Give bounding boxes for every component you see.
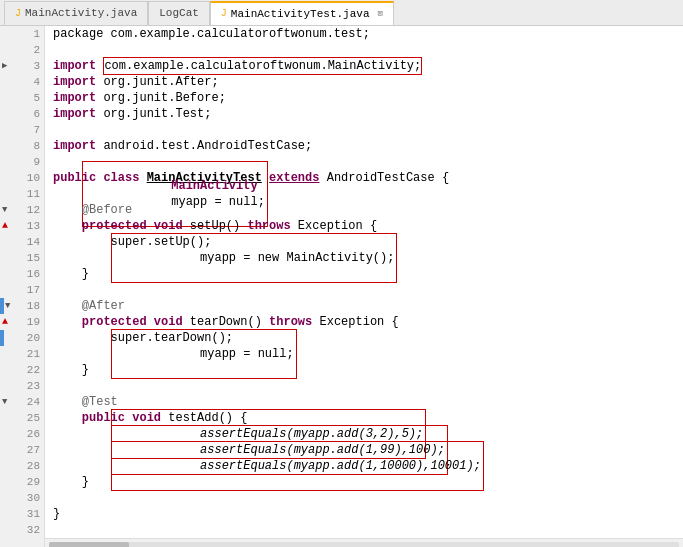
h-scroll-thumb[interactable] [49, 542, 129, 548]
gutter-line-11: 11 [0, 186, 44, 202]
code-line-15: myapp = new MainActivity(); [45, 250, 683, 266]
indent-14 [53, 234, 111, 250]
ln-23: 23 [27, 378, 40, 394]
brace-29: } [82, 474, 89, 490]
gutter-line-18[interactable]: ▼18 [0, 298, 44, 314]
gutter-line-20: 20 [0, 330, 44, 346]
code-line-8: import android.test.AndroidTestCase; [45, 138, 683, 154]
tab-mainactivitytest[interactable]: J MainActivityTest.java ⊠ [210, 1, 394, 25]
tab-logcat[interactable]: LogCat [148, 1, 210, 25]
code-line-31: } [45, 506, 683, 522]
varname-11: myapp = null; [171, 195, 265, 209]
ln-8: 8 [33, 138, 40, 154]
protected-kw-19: protected [82, 314, 154, 330]
gutter-line-7: 7 [0, 122, 44, 138]
gutter-line-25: 25 [0, 410, 44, 426]
horizontal-scrollbar[interactable] [45, 538, 683, 547]
gutter-line-4: 4 [0, 74, 44, 90]
indent-28 [53, 458, 111, 474]
ln-12: 12 [27, 202, 40, 218]
type-11: MainActivity [171, 179, 265, 193]
import-kw-3: import [53, 58, 103, 74]
code-line-24: @Test [45, 394, 683, 410]
ln-21: 21 [27, 346, 40, 362]
tab-bar: J MainActivity.java LogCat J MainActivit… [0, 0, 683, 26]
gutter-line-24[interactable]: ▼24 [0, 394, 44, 410]
ln-19: 19 [27, 314, 40, 330]
code-line-19: protected void tearDown() throws Excepti… [45, 314, 683, 330]
annotation-18: @After [82, 298, 125, 314]
import-text-5: org.junit.Before; [103, 90, 225, 106]
ln-7: 7 [33, 122, 40, 138]
import-kw-4: import [53, 74, 103, 90]
brace-31: } [53, 506, 60, 522]
tab-mainactivitytest-label: MainActivityTest.java [231, 8, 370, 20]
indent-18 [53, 298, 82, 314]
code-text-21: myapp = null; [200, 347, 294, 361]
ln-24: 24 [27, 394, 40, 410]
void-kw-19: void [154, 314, 190, 330]
gutter-line-26: 26 [0, 426, 44, 442]
ln-10: 10 [27, 170, 40, 186]
indent-27 [53, 442, 111, 458]
fold-icon-12[interactable]: ▼ [2, 202, 7, 218]
code-line-6: import org.junit.Test; [45, 106, 683, 122]
method-19: tearDown() [190, 314, 269, 330]
annotation-24: @Test [82, 394, 118, 410]
indent-26 [53, 426, 111, 442]
ln-9: 9 [33, 154, 40, 170]
ln-32: 32 [27, 522, 40, 538]
indent-11 [53, 186, 82, 202]
code-line-30 [45, 490, 683, 506]
ln-14: 14 [27, 234, 40, 250]
code-text-15: myapp = new MainActivity(); [200, 251, 394, 265]
indent-13 [53, 218, 82, 234]
code-line-23 [45, 378, 683, 394]
gutter-line-10: 10 [0, 170, 44, 186]
blue-bar-20 [0, 330, 4, 346]
fold-icon-3[interactable]: ▶ [2, 58, 7, 74]
java-icon: J [15, 8, 21, 19]
protected-kw-13: protected [82, 218, 154, 234]
tab-mainactivity[interactable]: J MainActivity.java [4, 1, 148, 25]
gutter-line-14: 14 [0, 234, 44, 250]
gutter-line-9: 9 [0, 154, 44, 170]
gutter-line-12[interactable]: ▼12 [0, 202, 44, 218]
ln-22: 22 [27, 362, 40, 378]
h-scroll-track [49, 542, 679, 548]
code-line-7 [45, 122, 683, 138]
gutter-line-5: 5 [0, 90, 44, 106]
gutter-line-32: 32 [0, 522, 44, 538]
method-13: setUp() [190, 218, 248, 234]
ln-2: 2 [33, 42, 40, 58]
ln-25: 25 [27, 410, 40, 426]
ln-27: 27 [27, 442, 40, 458]
import-kw-6: import [53, 106, 103, 122]
fold-icon-24[interactable]: ▼ [2, 394, 7, 410]
code-editor[interactable]: package com.example.calculatoroftwonum.t… [45, 26, 683, 547]
code-line-13: protected void setUp() throws Exception … [45, 218, 683, 234]
import-text-4: org.junit.After; [103, 74, 218, 90]
code-line-3: import com.example.calculatoroftwonum.Ma… [45, 58, 683, 74]
gutter-line-29: 29 [0, 474, 44, 490]
java-active-icon: J [221, 8, 227, 19]
brace-22: } [82, 362, 89, 378]
indent-29 [53, 474, 82, 490]
gutter-line-17: 17 [0, 282, 44, 298]
ln-15: 15 [27, 250, 40, 266]
ln-26: 26 [27, 426, 40, 442]
indent-16 [53, 266, 82, 282]
gutter-line-23: 23 [0, 378, 44, 394]
annotation-12: @Before [82, 202, 132, 218]
gutter-line-31: 31 [0, 506, 44, 522]
indent-12 [53, 202, 82, 218]
fold-icon-18[interactable]: ▼ [5, 298, 10, 314]
code-line-32 [45, 522, 683, 538]
gutter-line-13: ▲13 [0, 218, 44, 234]
gutter-line-6: 6 [0, 106, 44, 122]
ln-20: 20 [27, 330, 40, 346]
gutter-line-3[interactable]: ▶3 [0, 58, 44, 74]
gutter-line-22: 22 [0, 362, 44, 378]
gutter-line-1: 1 [0, 26, 44, 42]
gutter-line-16: 16 [0, 266, 44, 282]
